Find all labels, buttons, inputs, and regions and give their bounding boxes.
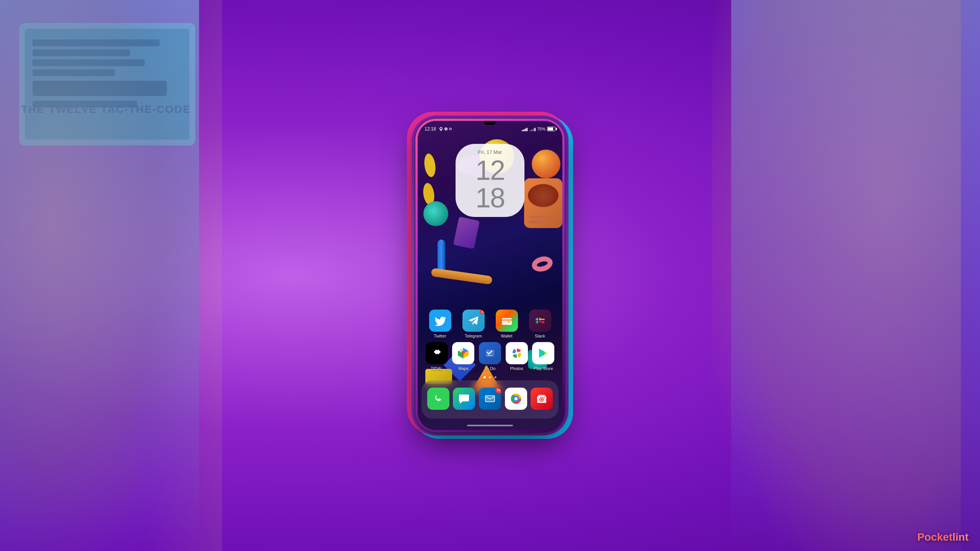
- camera-notch: [484, 121, 496, 125]
- messages-app-icon[interactable]: [453, 388, 475, 410]
- app-row-1: Twitter 1 Telegram: [423, 310, 557, 338]
- dot-2: [489, 376, 491, 378]
- phone-app-icon[interactable]: [427, 388, 449, 410]
- svg-rect-12: [539, 321, 545, 323]
- svg-point-2: [445, 128, 447, 130]
- twitter-app-icon[interactable]: [429, 310, 451, 332]
- tidal-app-icon[interactable]: [426, 342, 448, 364]
- app-item-maps[interactable]: Maps: [450, 342, 477, 371]
- chrome-wheel-icon: [509, 392, 523, 406]
- todo-checkmark-icon: [483, 347, 497, 360]
- svg-rect-24: [487, 355, 492, 356]
- app-item-wallet[interactable]: Wallet: [492, 310, 522, 338]
- battery-icon: [547, 127, 555, 131]
- telegram-label: Telegram: [465, 334, 482, 338]
- app-item-photos[interactable]: Photos: [503, 342, 530, 371]
- app-item-tidal[interactable]: TIDAL: [423, 342, 450, 371]
- dock-item-messages[interactable]: [452, 388, 475, 412]
- camera-lens-icon: [535, 392, 548, 405]
- battery-fill: [548, 127, 553, 130]
- clock-time-display: 12 18: [463, 156, 517, 212]
- phone-body: 12:18 O: [415, 119, 565, 432]
- phone-handset-icon: [432, 392, 445, 405]
- wp-pink-ring: [530, 254, 554, 274]
- battery-percent-text: 75%: [537, 127, 546, 131]
- svg-point-35: [544, 396, 545, 398]
- twitter-bird-icon: [433, 314, 447, 328]
- watermark-text: ocket: [924, 531, 952, 543]
- wallet-app-icon[interactable]: [496, 310, 518, 332]
- status-right: 75%: [522, 127, 555, 131]
- carrier-indicator: O: [449, 127, 452, 131]
- twitter-label: Twitter: [434, 334, 446, 338]
- photos-app-icon[interactable]: [506, 342, 528, 364]
- dot-1: [483, 376, 486, 378]
- outlook-envelope-icon: [483, 392, 497, 405]
- slack-hash-icon: [534, 314, 547, 327]
- phone-wrapper: 12:18 O: [415, 119, 565, 432]
- dot-3: [494, 376, 497, 378]
- outlook-badge: 15: [495, 388, 501, 393]
- todo-app-icon[interactable]: [479, 342, 501, 364]
- app-item-twitter[interactable]: Twitter: [425, 310, 456, 338]
- svg-rect-4: [502, 318, 512, 325]
- signal-bars-icon: [522, 127, 528, 131]
- playstore-app-icon[interactable]: [532, 342, 554, 364]
- watermark-lint: lint: [952, 531, 969, 543]
- outlook-app-icon[interactable]: 15: [479, 388, 501, 410]
- signal-bars-2-icon: [530, 127, 536, 131]
- slack-app-icon[interactable]: [529, 310, 551, 332]
- bg-person-right: [712, 0, 961, 551]
- app-item-playstore[interactable]: Play Store: [530, 342, 557, 371]
- app-row-2: TIDAL Map: [423, 342, 557, 371]
- status-left: 12:18 O: [425, 126, 452, 132]
- dock-item-chrome[interactable]: [505, 388, 528, 412]
- maps-app-icon[interactable]: [452, 342, 474, 364]
- maps-label: Maps: [458, 366, 469, 371]
- wp-blue-cylinder: [438, 240, 445, 272]
- phone-screen[interactable]: 12:18 O: [418, 121, 562, 430]
- dock-item-outlook[interactable]: 15: [479, 388, 501, 412]
- svg-rect-9: [537, 318, 538, 321]
- tidal-logo-icon: [431, 347, 443, 359]
- wp-orange-sphere-small: [532, 150, 560, 178]
- dock-item-phone[interactable]: [427, 388, 450, 412]
- chrome-app-icon[interactable]: [505, 388, 527, 410]
- status-time: 12:18: [425, 126, 436, 132]
- wp-speaker-box: [524, 178, 562, 228]
- settings-icon: [444, 127, 448, 131]
- telegram-plane-icon: [467, 314, 480, 328]
- playstore-triangle-icon: [537, 347, 550, 360]
- wp-purple-box: [453, 217, 480, 249]
- photos-pinwheel-icon: [510, 346, 524, 360]
- telegram-app-icon[interactable]: 1: [462, 310, 485, 332]
- camera-app-icon[interactable]: [531, 388, 553, 410]
- maps-icon: [456, 346, 470, 360]
- app-item-telegram[interactable]: 1 Telegram: [458, 310, 489, 338]
- app-item-slack[interactable]: Slack: [525, 310, 555, 338]
- svg-rect-11: [539, 319, 545, 320]
- todo-label: To Do: [485, 366, 496, 371]
- playstore-label: Play Store: [534, 366, 553, 371]
- wallet-label: Wallet: [501, 334, 512, 338]
- clock-date: Fri, 17 Mar: [463, 149, 517, 155]
- page-dots: [483, 376, 497, 378]
- svg-point-6: [508, 321, 510, 323]
- dock-item-camera[interactable]: [530, 388, 553, 412]
- svg-point-34: [541, 398, 543, 400]
- clock-widget: Fri, 17 Mar 12 18: [456, 144, 524, 217]
- hand-area-left: [145, 0, 222, 551]
- wp-orange-tube: [431, 268, 493, 285]
- svg-rect-13: [537, 321, 538, 324]
- wp-teal-disc: [423, 201, 448, 226]
- location-icon: [439, 127, 443, 131]
- app-item-todo[interactable]: To Do: [477, 342, 503, 371]
- svg-rect-26: [485, 396, 495, 402]
- phone-dock: 15: [421, 380, 559, 419]
- messages-bubble-icon: [457, 392, 470, 405]
- home-bar: [467, 425, 513, 426]
- wp-yellow-pill-1: [423, 153, 437, 178]
- clock-minute: 18: [463, 184, 517, 212]
- status-icons-left: O: [439, 127, 452, 131]
- clock-hour: 12: [463, 156, 517, 184]
